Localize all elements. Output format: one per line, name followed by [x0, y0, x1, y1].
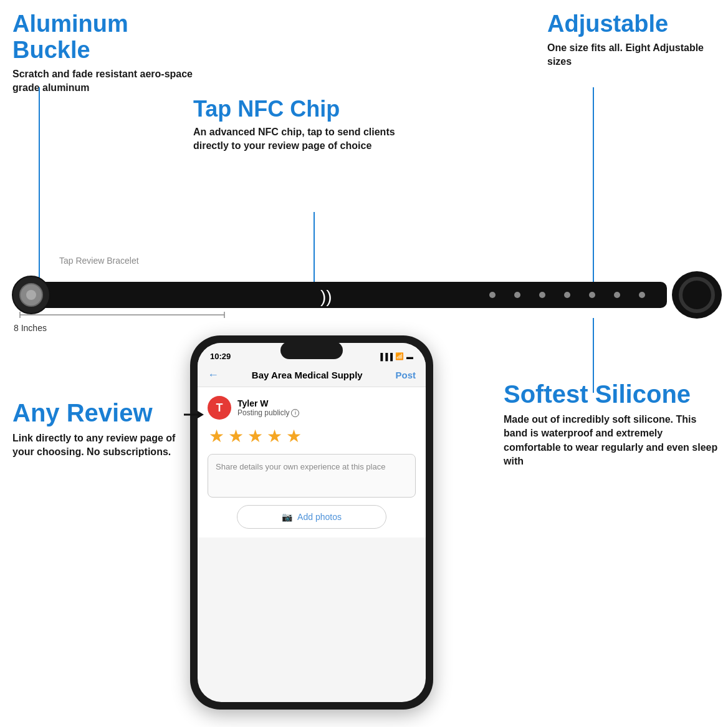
phone-outer: 10:29 ▐▐▐ 📶 ▬ ← Bay Area Medical Supply … — [190, 335, 433, 710]
svg-point-9 — [539, 292, 545, 298]
app-title: Bay Area Medical Supply — [252, 370, 363, 380]
info-icon[interactable]: i — [291, 409, 299, 417]
svg-rect-0 — [31, 282, 667, 308]
reviewer-avatar: T — [208, 396, 231, 420]
signal-icon: ▐▐▐ — [378, 353, 393, 360]
add-photos-label: Add photos — [297, 512, 342, 522]
star-4[interactable]: ★ — [267, 426, 282, 446]
star-2[interactable]: ★ — [228, 426, 244, 446]
reviewer-info: Tyler W Posting publicly i — [237, 398, 299, 417]
review-placeholder: Share details your own experience at thi… — [216, 462, 408, 471]
svg-point-7 — [489, 292, 496, 298]
star-rating[interactable]: ★ ★ ★ ★ ★ — [208, 426, 416, 446]
adjustable-description: One size fits all. Eight Adjustable size… — [547, 41, 716, 69]
aluminum-buckle-description: Scratch and fade resistant aero-space gr… — [12, 67, 212, 95]
nfc-description: An advanced NFC chip, tap to send client… — [193, 125, 430, 153]
size-text: 8 Inches — [14, 323, 47, 333]
svg-point-11 — [589, 292, 595, 298]
svg-point-10 — [564, 292, 570, 298]
any-review-section: Any Review Link directly to any review p… — [12, 399, 190, 460]
svg-point-8 — [514, 292, 520, 298]
bracelet-label: Tap Review Bracelet — [59, 256, 139, 266]
star-5[interactable]: ★ — [286, 426, 302, 446]
post-button[interactable]: Post — [395, 370, 416, 380]
adjustable-title: Adjustable — [547, 11, 716, 37]
any-review-arrow — [184, 408, 204, 421]
wifi-icon: 📶 — [395, 352, 404, 360]
review-textarea[interactable]: Share details your own experience at thi… — [208, 454, 416, 498]
line-adjustable — [593, 87, 594, 287]
star-1[interactable]: ★ — [209, 426, 224, 446]
svg-text:)): )) — [320, 287, 332, 306]
back-button[interactable]: ← — [208, 368, 219, 382]
adjustable-section: Adjustable One size fits all. Eight Adju… — [547, 11, 716, 69]
silicone-section: Softest Silicone Made out of incredibly … — [504, 380, 722, 469]
posting-publicly: Posting publicly i — [237, 408, 299, 417]
add-photos-button[interactable]: 📷 Add photos — [237, 505, 386, 529]
line-aluminum — [39, 87, 40, 287]
silicone-title: Softest Silicone — [504, 380, 722, 408]
phone-app-header: ← Bay Area Medical Supply Post — [198, 364, 426, 387]
nfc-section: Tap NFC Chip An advanced NFC chip, tap t… — [193, 97, 430, 153]
review-content: T Tyler W Posting publicly i ★ ★ ★ ★ ★ — [198, 387, 426, 537]
svg-point-12 — [614, 292, 620, 298]
aluminum-buckle-title: Aluminum Buckle — [12, 11, 212, 64]
phone-time: 10:29 — [210, 352, 231, 361]
silicone-description: Made out of incredibly soft silicone. Th… — [504, 413, 722, 469]
bracelet-svg: )) — [6, 268, 722, 321]
svg-marker-18 — [198, 411, 204, 418]
dynamic-island — [280, 342, 343, 359]
aluminum-buckle-section: Aluminum Buckle Scratch and fade resista… — [12, 11, 212, 95]
phone-screen: 10:29 ▐▐▐ 📶 ▬ ← Bay Area Medical Supply … — [198, 343, 426, 702]
star-3[interactable]: ★ — [247, 426, 263, 446]
any-review-title: Any Review — [12, 399, 190, 426]
battery-icon: ▬ — [406, 353, 413, 360]
svg-point-13 — [639, 292, 645, 298]
any-review-description: Link directly to any review page of your… — [12, 431, 190, 460]
svg-point-3 — [26, 290, 36, 300]
phone-mockup: 10:29 ▐▐▐ 📶 ▬ ← Bay Area Medical Supply … — [190, 335, 433, 710]
reviewer-row: T Tyler W Posting publicly i — [208, 396, 416, 420]
svg-point-5 — [681, 279, 713, 311]
camera-icon: 📷 — [282, 512, 292, 522]
nfc-title: Tap NFC Chip — [193, 97, 430, 122]
bracelet-size-label: 8 Inches — [14, 323, 47, 333]
reviewer-name: Tyler W — [237, 398, 299, 408]
phone-status-icons: ▐▐▐ 📶 ▬ — [378, 352, 413, 360]
